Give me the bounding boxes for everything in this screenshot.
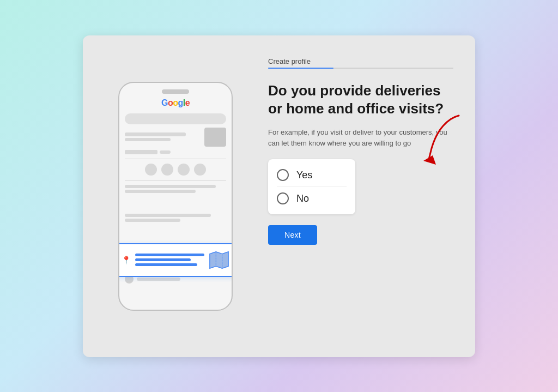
question-heading: Do you provide deliveries or home and of… (268, 82, 453, 119)
radio-no[interactable] (277, 192, 289, 204)
icon-circle (161, 164, 173, 176)
svg-marker-0 (210, 251, 228, 268)
icon-circle (145, 164, 157, 176)
blue-line (135, 263, 197, 266)
question-subtext: For example, if you visit or deliver to … (268, 127, 453, 148)
next-button[interactable]: Next (268, 225, 317, 245)
line (125, 132, 186, 136)
tab-underline-container (268, 68, 453, 69)
icon-circle (178, 164, 190, 176)
icon-circle (194, 164, 206, 176)
line (125, 190, 196, 193)
line (125, 214, 211, 217)
line (125, 185, 216, 188)
location-pin-icon: 📍 (122, 256, 131, 264)
options-box: Yes No (268, 159, 355, 214)
main-card: Google (83, 35, 475, 357)
thumbnail-mock (204, 128, 226, 147)
lines-group-5 (125, 275, 226, 300)
radio-yes[interactable] (277, 169, 289, 181)
line (125, 219, 180, 222)
blue-line (135, 258, 191, 261)
separator (125, 159, 226, 159)
lines-group-1 (125, 132, 201, 141)
phone-illustration: Google (105, 57, 246, 335)
google-logo: Google (161, 98, 190, 108)
option-yes-row[interactable]: Yes (277, 164, 347, 187)
line (125, 138, 171, 141)
separator (125, 180, 226, 180)
lines-group-3 (125, 214, 226, 239)
tab-label: Create profile (268, 57, 453, 65)
line (160, 150, 171, 154)
stars-row (125, 150, 226, 154)
tab-area: Create profile (268, 57, 453, 69)
line (137, 278, 180, 281)
svg-marker-1 (423, 155, 436, 165)
icon-row (125, 164, 226, 176)
phone-frame: Google (118, 82, 233, 311)
map-icon (209, 250, 229, 270)
phone-notch (162, 89, 189, 94)
blue-lines (135, 254, 204, 266)
form-side: Create profile Do you provide deliveries… (268, 57, 453, 335)
lines-group-2 (125, 185, 226, 210)
stars-mock (125, 150, 157, 154)
options-container: Yes No (268, 159, 453, 225)
option-no-label: No (296, 193, 309, 204)
search-bar-mock (125, 113, 226, 124)
option-no-row[interactable]: No (277, 187, 347, 210)
tab-underline-active (268, 68, 333, 69)
content-row-1 (125, 128, 226, 147)
blue-line (135, 254, 204, 256)
bottom-highlight-card: 📍 (118, 243, 233, 277)
google-logo-area: Google (125, 98, 226, 108)
option-yes-label: Yes (296, 170, 312, 181)
